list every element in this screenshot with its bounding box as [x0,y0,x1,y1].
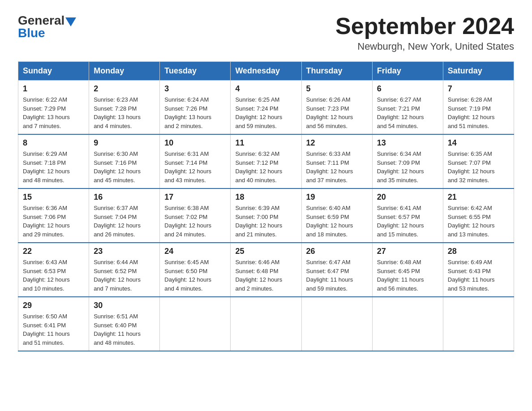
day-number: 17 [164,193,226,202]
calendar-cell: 19Sunrise: 6:40 AMSunset: 6:59 PMDayligh… [301,188,372,243]
day-info: Sunrise: 6:37 AMSunset: 7:04 PMDaylight:… [94,204,155,239]
calendar-cell: 25Sunrise: 6:46 AMSunset: 6:48 PMDayligh… [231,243,301,297]
weekday-header-thursday: Thursday [301,62,372,81]
calendar-cell: 20Sunrise: 6:41 AMSunset: 6:57 PMDayligh… [372,188,443,243]
calendar-cell [231,297,301,351]
day-number: 5 [306,84,368,94]
calendar-cell: 4Sunrise: 6:25 AMSunset: 7:24 PMDaylight… [231,81,301,135]
day-info: Sunrise: 6:48 AMSunset: 6:45 PMDaylight:… [377,258,438,293]
day-info: Sunrise: 6:51 AMSunset: 6:40 PMDaylight:… [94,312,155,347]
calendar-cell: 11Sunrise: 6:32 AMSunset: 7:12 PMDayligh… [231,134,301,188]
calendar-cell: 9Sunrise: 6:30 AMSunset: 7:16 PMDaylight… [89,134,160,188]
calendar-week-5: 29Sunrise: 6:50 AMSunset: 6:41 PMDayligh… [18,297,514,351]
day-number: 13 [377,138,438,148]
calendar-cell: 14Sunrise: 6:35 AMSunset: 7:07 PMDayligh… [443,134,514,188]
weekday-header-friday: Friday [372,62,443,81]
calendar-cell: 17Sunrise: 6:38 AMSunset: 7:02 PMDayligh… [160,188,231,243]
day-number: 9 [94,138,155,148]
location-subtitle: Newburgh, New York, United States [335,41,514,52]
day-info: Sunrise: 6:33 AMSunset: 7:11 PMDaylight:… [306,150,368,184]
day-number: 1 [23,84,84,94]
day-info: Sunrise: 6:23 AMSunset: 7:28 PMDaylight:… [94,95,155,130]
calendar-cell: 6Sunrise: 6:27 AMSunset: 7:21 PMDaylight… [372,81,443,135]
calendar-week-2: 8Sunrise: 6:29 AMSunset: 7:18 PMDaylight… [18,134,514,188]
logo-blue-text: Blue [18,26,45,40]
day-number: 23 [94,247,155,256]
day-info: Sunrise: 6:26 AMSunset: 7:23 PMDaylight:… [306,95,368,130]
day-info: Sunrise: 6:40 AMSunset: 6:59 PMDaylight:… [306,204,368,239]
calendar-cell: 30Sunrise: 6:51 AMSunset: 6:40 PMDayligh… [89,297,160,351]
calendar-cell: 16Sunrise: 6:37 AMSunset: 7:04 PMDayligh… [89,188,160,243]
day-info: Sunrise: 6:36 AMSunset: 7:06 PMDaylight:… [23,204,84,239]
day-number: 4 [235,84,296,94]
calendar-cell: 15Sunrise: 6:36 AMSunset: 7:06 PMDayligh… [18,188,89,243]
calendar-cell [372,297,443,351]
calendar-cell: 8Sunrise: 6:29 AMSunset: 7:18 PMDaylight… [18,134,89,188]
day-number: 24 [164,247,226,256]
day-number: 21 [448,193,509,202]
day-info: Sunrise: 6:32 AMSunset: 7:12 PMDaylight:… [235,150,296,184]
day-number: 29 [23,301,84,310]
day-info: Sunrise: 6:39 AMSunset: 7:00 PMDaylight:… [235,204,296,239]
day-number: 10 [164,138,226,148]
weekday-header-tuesday: Tuesday [160,62,231,81]
calendar-cell: 21Sunrise: 6:42 AMSunset: 6:55 PMDayligh… [443,188,514,243]
calendar-cell: 28Sunrise: 6:49 AMSunset: 6:43 PMDayligh… [443,243,514,297]
weekday-header-wednesday: Wednesday [231,62,301,81]
calendar-week-1: 1Sunrise: 6:22 AMSunset: 7:29 PMDaylight… [18,81,514,135]
weekday-header-row: SundayMondayTuesdayWednesdayThursdayFrid… [18,62,514,81]
calendar-cell: 13Sunrise: 6:34 AMSunset: 7:09 PMDayligh… [372,134,443,188]
day-info: Sunrise: 6:42 AMSunset: 6:55 PMDaylight:… [448,204,509,239]
day-info: Sunrise: 6:38 AMSunset: 7:02 PMDaylight:… [164,204,226,239]
day-info: Sunrise: 6:24 AMSunset: 7:26 PMDaylight:… [164,95,226,130]
day-number: 7 [448,84,509,94]
calendar-cell: 23Sunrise: 6:44 AMSunset: 6:52 PMDayligh… [89,243,160,297]
day-number: 20 [377,193,438,202]
day-number: 16 [94,193,155,202]
day-info: Sunrise: 6:35 AMSunset: 7:07 PMDaylight:… [448,150,509,184]
day-info: Sunrise: 6:43 AMSunset: 6:53 PMDaylight:… [23,258,84,293]
calendar-cell: 27Sunrise: 6:48 AMSunset: 6:45 PMDayligh… [372,243,443,297]
page-header: General Blue September 2024 Newburgh, Ne… [18,13,514,52]
logo: General Blue [18,13,76,40]
calendar-week-3: 15Sunrise: 6:36 AMSunset: 7:06 PMDayligh… [18,188,514,243]
calendar-cell: 12Sunrise: 6:33 AMSunset: 7:11 PMDayligh… [301,134,372,188]
day-number: 3 [164,84,226,94]
day-number: 25 [235,247,296,256]
weekday-header-sunday: Sunday [18,62,89,81]
title-block: September 2024 Newburgh, New York, Unite… [335,13,514,52]
day-info: Sunrise: 6:41 AMSunset: 6:57 PMDaylight:… [377,204,438,239]
day-info: Sunrise: 6:31 AMSunset: 7:14 PMDaylight:… [164,150,226,184]
day-number: 6 [377,84,438,94]
day-info: Sunrise: 6:28 AMSunset: 7:19 PMDaylight:… [448,95,509,130]
calendar-cell [301,297,372,351]
calendar-cell: 7Sunrise: 6:28 AMSunset: 7:19 PMDaylight… [443,81,514,135]
day-info: Sunrise: 6:30 AMSunset: 7:16 PMDaylight:… [94,150,155,184]
day-number: 15 [23,193,84,202]
day-info: Sunrise: 6:44 AMSunset: 6:52 PMDaylight:… [94,258,155,293]
day-number: 12 [306,138,368,148]
calendar-cell: 18Sunrise: 6:39 AMSunset: 7:00 PMDayligh… [231,188,301,243]
calendar-cell [160,297,231,351]
calendar-body: 1Sunrise: 6:22 AMSunset: 7:29 PMDaylight… [18,81,514,351]
day-info: Sunrise: 6:25 AMSunset: 7:24 PMDaylight:… [235,95,296,130]
day-number: 8 [23,138,84,148]
calendar-cell: 29Sunrise: 6:50 AMSunset: 6:41 PMDayligh… [18,297,89,351]
day-number: 11 [235,138,296,148]
day-info: Sunrise: 6:34 AMSunset: 7:09 PMDaylight:… [377,150,438,184]
day-info: Sunrise: 6:50 AMSunset: 6:41 PMDaylight:… [23,312,84,347]
logo-triangle-icon [65,17,76,26]
calendar-week-4: 22Sunrise: 6:43 AMSunset: 6:53 PMDayligh… [18,243,514,297]
calendar-cell: 1Sunrise: 6:22 AMSunset: 7:29 PMDaylight… [18,81,89,135]
day-number: 14 [448,138,509,148]
calendar-cell: 26Sunrise: 6:47 AMSunset: 6:47 PMDayligh… [301,243,372,297]
day-info: Sunrise: 6:46 AMSunset: 6:48 PMDaylight:… [235,258,296,293]
calendar-cell: 3Sunrise: 6:24 AMSunset: 7:26 PMDaylight… [160,81,231,135]
day-number: 18 [235,193,296,202]
day-number: 2 [94,84,155,94]
calendar-cell [443,297,514,351]
day-number: 26 [306,247,368,256]
day-info: Sunrise: 6:49 AMSunset: 6:43 PMDaylight:… [448,258,509,293]
calendar-cell: 22Sunrise: 6:43 AMSunset: 6:53 PMDayligh… [18,243,89,297]
calendar-cell: 5Sunrise: 6:26 AMSunset: 7:23 PMDaylight… [301,81,372,135]
